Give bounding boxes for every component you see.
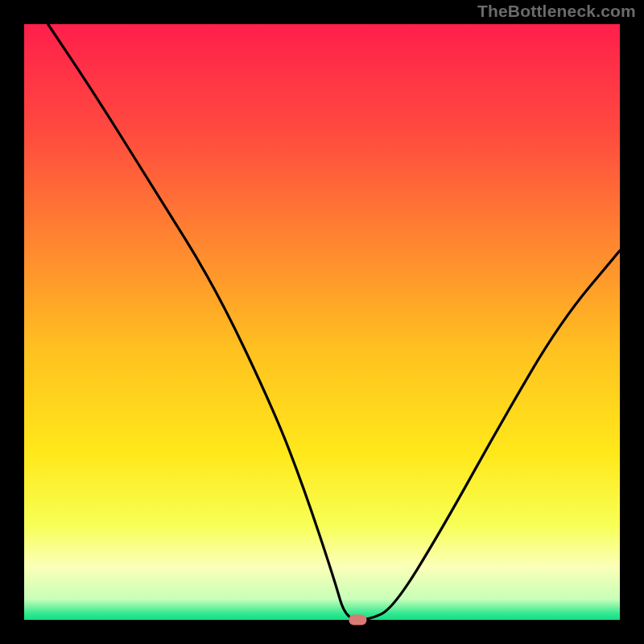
watermark-text: TheBottleneck.com <box>477 2 636 21</box>
chart-frame: TheBottleneck.com <box>0 0 644 644</box>
optimal-point-marker <box>349 615 366 625</box>
plot-background <box>24 24 620 620</box>
bottleneck-chart <box>0 0 644 644</box>
